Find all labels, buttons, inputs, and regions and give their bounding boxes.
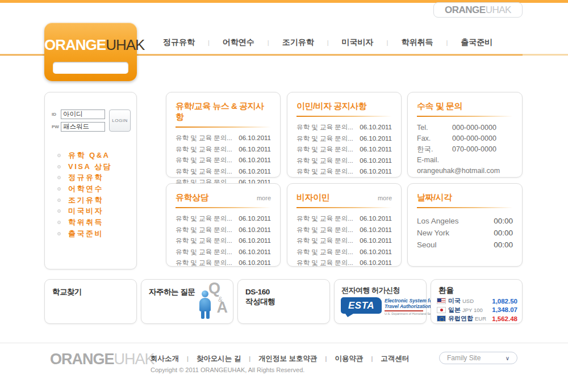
japan-flag-icon [437, 307, 446, 313]
fx-value: 1,348.07 [492, 306, 517, 313]
footer-separator: | [187, 356, 189, 362]
nav-separator: | [446, 39, 448, 46]
news-row[interactable]: 유학 및 교육 문의...06.10.2011 [176, 166, 271, 178]
news-date: 06.10.2011 [239, 235, 271, 247]
nav-separator: | [208, 39, 210, 46]
footer-separator: | [325, 356, 327, 362]
nav-item-regular-study[interactable]: 정규유학 [163, 37, 195, 48]
news-row[interactable]: 유학 및 교육 문의...06.10.2011 [296, 258, 392, 269]
sidebar-menu: 유학 Q&A VISA 상담 정규유학 어학연수 조기유학 미국비자 [45, 150, 136, 239]
sidebar-item-early-study[interactable]: 조기유학 [45, 195, 136, 206]
contact-row-korea: 한국. 070-000-0000 [417, 144, 513, 155]
copyright: Copyright © 2011 ORANGEUHAK, All Rights … [151, 366, 304, 373]
bullet-icon [57, 187, 61, 191]
panel-immigration-notices: 이민/비자 공지사항 유학 및 교육 문의...06.10.2011 유학 및 … [287, 92, 402, 178]
news-row[interactable]: 유학 및 교육 문의...06.10.2011 [176, 155, 271, 166]
family-site-label: Family Site [447, 354, 481, 362]
more-link[interactable]: more [257, 195, 271, 201]
banner-faq[interactable]: 자주하는 질문 Q & A [141, 279, 233, 324]
fx-row-jpy: 일본 JPY 100 1,348.07 [437, 306, 517, 315]
news-row[interactable]: 유학 및 교육 문의...06.10.2011 [176, 213, 271, 225]
news-date: 06.10.2011 [239, 247, 271, 258]
sidebar-item-us-visa[interactable]: 미국비자 [45, 205, 136, 217]
news-row[interactable]: 유학 및 교육 문의...06.10.2011 [176, 133, 271, 144]
news-row[interactable]: 유학 및 교육 문의...06.10.2011 [296, 166, 392, 178]
panel-title: 비자이민 [296, 192, 329, 203]
footer-link-company[interactable]: 회사소개 [151, 354, 179, 364]
news-row[interactable]: 유학 및 교육 문의...06.10.2011 [176, 144, 271, 155]
news-date: 06.10.2011 [360, 155, 392, 167]
banner-school-search[interactable]: 학교찾기 [44, 279, 137, 324]
family-site-dropdown[interactable]: Family Site ∨ [439, 352, 517, 364]
site-logo-light: UHAK [106, 36, 144, 53]
news-row[interactable]: 유학 및 교육 문의...06.10.2011 [176, 258, 271, 269]
nav-item-degree[interactable]: 학위취득 [401, 37, 433, 48]
clock-row-seoul: Seoul 00:00 [417, 239, 513, 251]
news-row[interactable]: 유학 및 교육 문의...06.10.2011 [296, 235, 392, 247]
login-button[interactable]: LOGIN [109, 109, 131, 132]
logo-search-input[interactable] [53, 62, 128, 74]
clock-time: 00:00 [494, 215, 513, 227]
sidebar-item-departure-prep[interactable]: 출국준비 [45, 228, 136, 239]
nav-item-us-visa[interactable]: 미국비자 [342, 37, 374, 48]
news-date: 06.10.2011 [239, 225, 271, 236]
nav-item-language-course[interactable]: 어학연수 [223, 37, 254, 48]
news-row[interactable]: 유학 및 교육 문의...06.10.2011 [296, 133, 392, 145]
news-row[interactable]: 유학 및 교육 문의...06.10.2011 [296, 122, 392, 133]
news-date: 06.10.2011 [239, 133, 271, 144]
sidebar-item-regular-study[interactable]: 정규유학 [45, 172, 136, 183]
footer-link-privacy[interactable]: 개인정보 보호약관 [258, 354, 317, 364]
id-label: ID [52, 112, 61, 117]
banner-ds160[interactable]: DS-160 작성대행 [237, 279, 330, 324]
panel-title-underline [176, 207, 271, 208]
footer-divider [0, 343, 568, 343]
id-field[interactable] [61, 109, 105, 119]
panel-title-underline [417, 116, 513, 117]
news-row[interactable]: 유학 및 교육 문의...06.10.2011 [296, 225, 392, 236]
banner-title: 전자여행 허가신청 [341, 285, 400, 296]
footer-link-terms[interactable]: 이용약관 [335, 354, 363, 364]
news-date: 06.10.2011 [360, 213, 392, 225]
sidebar-item-visa-consult[interactable]: VISA 상담 [45, 161, 136, 172]
contact-email[interactable]: orangeuhak@hotmail.com [417, 166, 513, 176]
news-row[interactable]: 유학 및 교육 문의...06.10.2011 [296, 213, 392, 225]
news-row[interactable]: 유학 및 교육 문의...06.10.2011 [296, 155, 392, 167]
panel-title-underline [417, 207, 513, 208]
site-logo-strong: ORANGE [44, 36, 106, 53]
login-form: ID PW LOGIN [52, 109, 132, 132]
bullet-icon [57, 209, 61, 213]
news-date: 06.10.2011 [360, 258, 392, 269]
nav-item-departure-prep[interactable]: 출국준비 [461, 37, 492, 48]
footer-links: 회사소개 | 찾아오시는 길 | 개인정보 보호약관 | 이용약관 | 고객센터 [151, 354, 409, 364]
sidebar-item-study-qna[interactable]: 유학 Q&A [45, 150, 136, 161]
news-row[interactable]: 유학 및 교육 문의...06.10.2011 [176, 235, 271, 247]
footer-link-directions[interactable]: 찾아오시는 길 [197, 354, 241, 364]
news-row[interactable]: 유학 및 교육 문의...06.10.2011 [296, 247, 392, 258]
more-link[interactable]: more [378, 195, 392, 201]
news-date: 06.10.2011 [239, 166, 271, 178]
news-row[interactable]: 유학 및 교육 문의...06.10.2011 [176, 225, 271, 236]
panel-title: 날짜/시각 [417, 192, 452, 203]
footer-link-support[interactable]: 고객센터 [381, 354, 409, 364]
panel-study-counsel: 유학상담 more 유학 및 교육 문의...06.10.2011 유학 및 교… [166, 183, 281, 267]
news-date: 06.10.2011 [360, 122, 392, 133]
banner-esta[interactable]: 전자여행 허가신청 ESTA Electronic System for Tra… [334, 279, 427, 324]
contact-row-email-label: E-mail. [417, 155, 513, 166]
site-logo[interactable]: ORANGEUHAK [44, 23, 137, 81]
news-date: 06.10.2011 [239, 144, 271, 155]
contact-row-fax: Fax. 000-000-0000 [417, 133, 513, 144]
contact-row-tel: Tel. 000-000-0000 [417, 123, 513, 133]
us-flag-icon [437, 298, 446, 304]
topright-brand-box: ORANGEUHAK [433, 2, 523, 18]
bullet-icon [57, 176, 61, 179]
news-row[interactable]: 유학 및 교육 문의...06.10.2011 [296, 144, 392, 155]
sidebar-item-degree[interactable]: 학위취득 [45, 217, 136, 228]
pw-field[interactable] [61, 122, 105, 132]
sidebar-item-language-course[interactable]: 어학연수 [45, 183, 136, 195]
clock-time: 00:00 [494, 227, 513, 239]
panel-title-underline [296, 207, 392, 208]
news-row[interactable]: 유학 및 교육 문의...06.10.2011 [176, 247, 271, 258]
chevron-down-icon: ∨ [506, 355, 509, 361]
nav-item-early-study[interactable]: 조기유학 [282, 37, 314, 48]
qa-figure-icon: Q & A [197, 282, 229, 321]
